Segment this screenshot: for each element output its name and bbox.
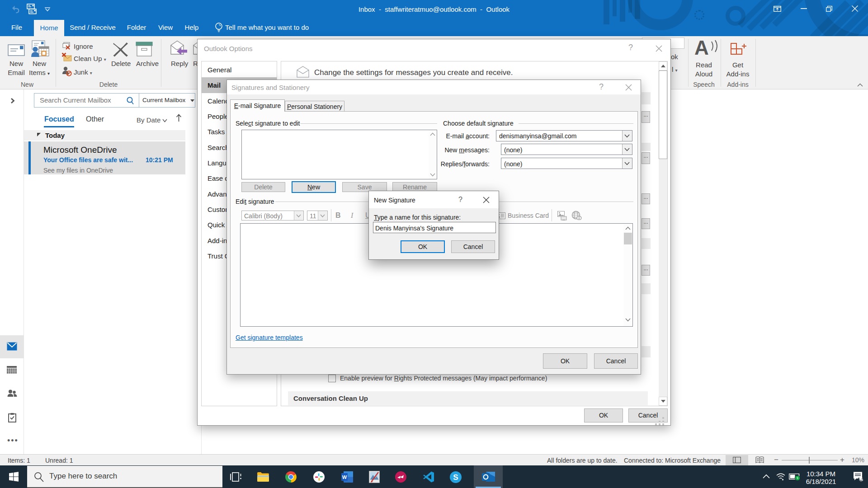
svg-text:W: W xyxy=(342,474,347,480)
svg-text:S: S xyxy=(453,473,458,482)
